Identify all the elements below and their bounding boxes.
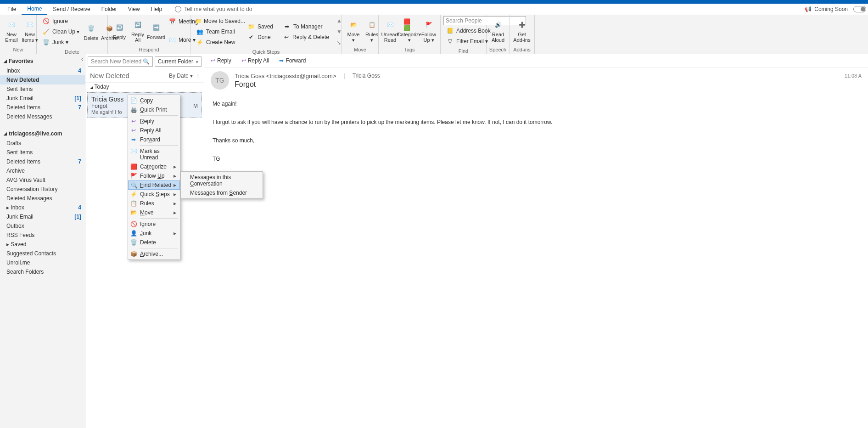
categorize-button[interactable]: 🟥🟩Categorize ▾ bbox=[400, 18, 419, 44]
tab-view[interactable]: View bbox=[123, 4, 146, 14]
folder-deleted-items[interactable]: Deleted Items7 bbox=[0, 103, 85, 112]
bulb-icon bbox=[175, 6, 181, 12]
ignore-button[interactable]: 🚫Ignore bbox=[39, 16, 81, 26]
folder-new-deleted[interactable]: New Deleted bbox=[0, 75, 85, 84]
read-reply-all-button[interactable]: ↩Reply All bbox=[240, 57, 271, 64]
tab-folder[interactable]: Folder bbox=[96, 4, 123, 14]
folder-junk-email[interactable]: Junk Email[1] bbox=[0, 94, 85, 103]
ctx-reply-all[interactable]: ↩Reply All bbox=[128, 126, 180, 135]
ctx-copy[interactable]: 📄Copy bbox=[128, 96, 180, 105]
new-email-button[interactable]: ✉️New Email bbox=[3, 18, 20, 44]
folder-archive[interactable]: Archive bbox=[0, 166, 85, 175]
read-aloud-button[interactable]: 🔊Read Aloud bbox=[489, 18, 507, 44]
ctx-categorize[interactable]: 🟥Categorize bbox=[128, 162, 180, 171]
date-group-today[interactable]: ◢ Today bbox=[85, 82, 204, 91]
folder-saved[interactable]: ▸ Saved bbox=[0, 240, 85, 249]
search-folder-input[interactable]: Search New Deleted🔍 bbox=[88, 56, 153, 67]
qs-move-saved[interactable]: 📁Move to Saved... bbox=[193, 16, 239, 26]
folder-outbox[interactable]: Outbox bbox=[0, 221, 85, 231]
new-items-button[interactable]: ✉️New Items ▾ bbox=[21, 18, 39, 44]
folder-label: Outbox bbox=[6, 223, 24, 229]
sort-ascending-icon[interactable]: ↑ bbox=[196, 73, 199, 79]
forward-button[interactable]: ➡️Forward bbox=[147, 21, 165, 41]
qs-team-email[interactable]: 👥Team Email bbox=[193, 27, 239, 37]
unread-read-button[interactable]: ✉️Unread/ Read bbox=[381, 18, 399, 44]
folder-label: Drafts bbox=[6, 140, 21, 146]
reply-label: Reply bbox=[113, 34, 126, 40]
tab-file[interactable]: File bbox=[2, 4, 22, 14]
folder-junk-email[interactable]: Junk Email[1] bbox=[0, 212, 85, 221]
ctx-mark-unread[interactable]: ✉️Mark as Unread bbox=[128, 146, 180, 162]
folder-avg-virus-vault[interactable]: AVG Virus Vault bbox=[0, 175, 85, 185]
folder-deleted-messages[interactable]: Deleted Messages bbox=[0, 112, 85, 121]
ctx-quick-print[interactable]: 🖨️Quick Print bbox=[128, 105, 180, 114]
sort-button[interactable]: By Date ▾ bbox=[169, 73, 193, 79]
folder-drafts[interactable]: Drafts bbox=[0, 139, 85, 148]
ctx-reply[interactable]: ↩Reply bbox=[128, 117, 180, 126]
folder-sent-items[interactable]: Sent Items bbox=[0, 84, 85, 94]
to-name: Tricia Goss bbox=[353, 73, 380, 79]
sub-messages-sender[interactable]: Messages from Sender bbox=[181, 188, 263, 197]
qs-launcher[interactable]: ↘ bbox=[336, 39, 342, 46]
tab-send-receive[interactable]: Send / Receive bbox=[47, 4, 95, 14]
bolt-icon: ⚡ bbox=[130, 191, 137, 198]
folder-sent-items[interactable]: Sent Items bbox=[0, 148, 85, 157]
folder-inbox[interactable]: ▸ Inbox4 bbox=[0, 203, 85, 212]
folder-suggested-contacts[interactable]: Suggested Contacts bbox=[0, 249, 85, 258]
ctx-quick-steps[interactable]: ⚡Quick Steps bbox=[128, 190, 180, 199]
favorites-header[interactable]: ◢Favorites bbox=[0, 56, 85, 66]
rules-icon: 📋 bbox=[130, 200, 137, 207]
junk-button[interactable]: 🗑️Junk ▾ bbox=[39, 37, 81, 47]
ctx-junk[interactable]: 👤Junk bbox=[128, 229, 180, 238]
qs-to-manager[interactable]: ➡To Manager bbox=[280, 22, 331, 32]
ctx-move[interactable]: 📂Move bbox=[128, 208, 180, 217]
qs-done[interactable]: ✔Done bbox=[245, 32, 275, 42]
folder-rss-feeds[interactable]: RSS Feeds bbox=[0, 231, 85, 240]
ctx-rules[interactable]: 📋Rules bbox=[128, 199, 180, 208]
qs-create-new[interactable]: ⚡Create New bbox=[193, 37, 239, 47]
rules-button[interactable]: 📋Rules ▾ bbox=[363, 18, 381, 44]
title-bar bbox=[0, 0, 868, 4]
qs-reply-delete[interactable]: ↩Reply & Delete bbox=[280, 32, 331, 42]
folder-deleted-messages[interactable]: Deleted Messages bbox=[0, 194, 85, 203]
folder-label: Deleted Items bbox=[6, 158, 40, 165]
reply-button[interactable]: ↩️Reply bbox=[111, 21, 128, 41]
coming-soon-toggle[interactable] bbox=[853, 6, 866, 12]
ctx-follow-up[interactable]: 🚩Follow Up bbox=[128, 171, 180, 180]
sub-messages-conversation[interactable]: Messages in this Conversation bbox=[181, 173, 263, 188]
addins-icon: ➕ bbox=[516, 19, 528, 31]
tell-me[interactable]: Tell me what you want to do bbox=[175, 6, 252, 12]
qs-up-arrow[interactable]: ▲ bbox=[336, 17, 342, 24]
delete-label: Delete bbox=[84, 35, 98, 41]
ctx-delete[interactable]: 🗑️Delete bbox=[128, 238, 180, 247]
folder-label: Junk Email bbox=[6, 95, 34, 101]
qs-saved[interactable]: 📁Saved bbox=[245, 22, 275, 32]
folder-search-folders[interactable]: Search Folders bbox=[0, 267, 85, 276]
folder-label: Deleted Items bbox=[6, 104, 40, 111]
reply-all-button[interactable]: ↩️Reply All bbox=[129, 18, 146, 44]
read-reply-button[interactable]: ↩Reply bbox=[209, 57, 233, 64]
qs-down-arrow[interactable]: ▼ bbox=[336, 28, 342, 35]
delete-button[interactable]: 🗑️Delete bbox=[82, 22, 100, 42]
get-addins-button[interactable]: ➕Get Add-ins bbox=[512, 18, 532, 44]
read-forward-button[interactable]: ➡Forward bbox=[277, 57, 308, 64]
ignore-label: Ignore bbox=[52, 18, 68, 24]
ctx-ignore[interactable]: 🚫Ignore bbox=[128, 220, 180, 229]
account-header[interactable]: ◢triciagoss@live.com bbox=[0, 129, 85, 139]
folder-deleted-items[interactable]: Deleted Items7 bbox=[0, 157, 85, 166]
ctx-find-related[interactable]: 🔍Find Related bbox=[128, 180, 180, 190]
cleanup-button[interactable]: 🧹Clean Up ▾ bbox=[39, 27, 81, 37]
followup-button[interactable]: 🚩Follow Up ▾ bbox=[420, 18, 437, 44]
ctx-forward[interactable]: ➡Forward bbox=[128, 135, 180, 144]
ctx-archive[interactable]: 📦Archive... bbox=[128, 249, 180, 259]
folder-conversation-history[interactable]: Conversation History bbox=[0, 185, 85, 194]
folder-unroll.me[interactable]: Unroll.me bbox=[0, 258, 85, 267]
tab-help[interactable]: Help bbox=[146, 4, 168, 14]
tab-home[interactable]: Home bbox=[22, 4, 47, 15]
collapse-nav-icon[interactable]: ‹ bbox=[81, 56, 83, 62]
coming-soon[interactable]: 📢 Coming Soon bbox=[805, 6, 848, 12]
move-button[interactable]: 📂Move ▾ bbox=[345, 18, 362, 44]
folder-inbox[interactable]: Inbox4 bbox=[0, 66, 85, 75]
search-scope-dropdown[interactable]: Current Folder bbox=[155, 56, 202, 67]
body-line: TG bbox=[213, 155, 860, 163]
